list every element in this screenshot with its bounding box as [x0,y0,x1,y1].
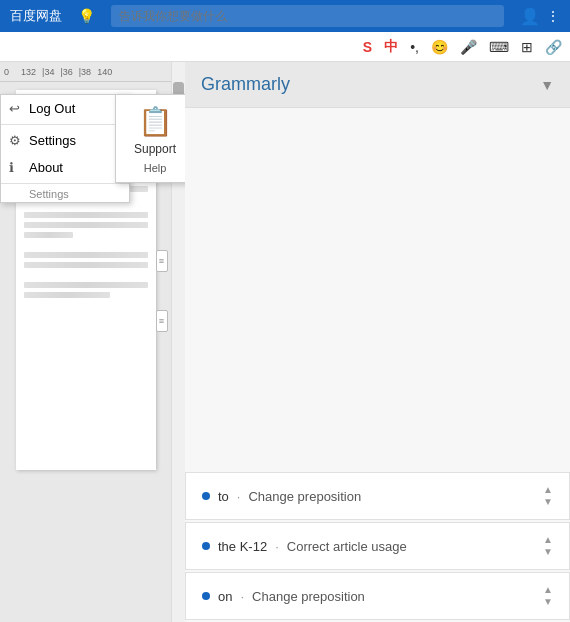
top-bar: 百度网盘 💡 👤 ⋮ [0,0,570,32]
bullet-to [202,492,210,500]
document-area: ↩ Log Out ⚙ Settings ℹ About Settings 📋 … [0,62,185,622]
text-line-8 [24,212,148,218]
text-line-11 [24,252,148,258]
text-line-10 [24,232,74,238]
ruler-132: 132 [21,67,36,77]
suggestion-item-on[interactable]: on · Change preposition ▲ ▼ [185,572,570,620]
settings-section: Settings [1,186,129,202]
support-icon: 📋 [124,105,185,138]
ruler-140: 140 [97,67,112,77]
search-input[interactable] [111,5,504,27]
bullet-on [202,592,210,600]
suggestion-action-k12: Correct article usage [287,539,407,554]
grammarly-content: to · Change preposition ▲ ▼ the K-12 · [185,108,570,622]
ime-emoji[interactable]: 😊 [427,37,452,57]
settings-item[interactable]: ⚙ Settings [1,127,129,154]
suggestion-left-k12: the K-12 · Correct article usage [202,539,407,554]
dot-on: · [240,589,244,604]
dot-to: · [237,489,241,504]
suggestion-action-on: Change preposition [252,589,365,604]
ime-keyboard[interactable]: ⌨ [485,37,513,57]
divider-2 [1,183,129,184]
ruler: 0 132 |34 |36 |38 140 [0,62,185,82]
about-item[interactable]: ℹ About [1,154,129,181]
user-icon[interactable]: 👤 [520,7,540,26]
dropdown-menu: ↩ Log Out ⚙ Settings ℹ About Settings [0,94,130,203]
resize-handle-2[interactable]: ≡ [156,310,168,332]
baidu-logo: 百度网盘 [10,7,62,25]
settings-icon: ⚙ [9,133,21,148]
logout-label: Log Out [29,101,75,116]
dot-k12: · [275,539,279,554]
arrow-down-on[interactable]: ▼ [543,597,553,607]
grammarly-panel: Grammarly ▼ to · Change preposition ▲ [185,62,570,622]
arrow-up-on[interactable]: ▲ [543,585,553,595]
resize-handle-1[interactable]: ≡ [156,250,168,272]
bullet-k12 [202,542,210,550]
text-line-9 [24,222,148,228]
more-icon[interactable]: ⋮ [546,8,560,24]
support-panel: 📋 Support Help [115,94,185,183]
arrows-to[interactable]: ▲ ▼ [543,485,553,507]
main-area: ↩ Log Out ⚙ Settings ℹ About Settings 📋 … [0,62,570,622]
suggestion-list: to · Change preposition ▲ ▼ the K-12 · [185,472,570,622]
suggestion-item-k12[interactable]: the K-12 · Correct article usage ▲ ▼ [185,522,570,570]
ime-chinese[interactable]: 中 [380,36,402,58]
ruler-134: |34 [42,67,54,77]
suggestion-word-to: to [218,489,229,504]
grammarly-title: Grammarly [201,74,290,95]
arrow-down-to[interactable]: ▼ [543,497,553,507]
settings-section-label: Settings [29,188,69,200]
text-line-13 [24,282,148,288]
suggestion-left-on: on · Change preposition [202,589,365,604]
logout-icon: ↩ [9,101,20,116]
settings-label: Settings [29,133,76,148]
arrows-k12[interactable]: ▲ ▼ [543,535,553,557]
text-line-14 [24,292,111,298]
ruler-0: 0 [4,67,9,77]
ime-punct[interactable]: •, [406,37,423,57]
grammarly-header: Grammarly ▼ [185,62,570,108]
logout-item[interactable]: ↩ Log Out [1,95,129,122]
suggestion-action-to: Change preposition [248,489,361,504]
about-label: About [29,160,63,175]
ime-mic[interactable]: 🎤 [456,37,481,57]
grammarly-empty-space [185,108,570,474]
suggestion-word-on: on [218,589,232,604]
suggestion-word-k12: the K-12 [218,539,267,554]
ime-bar: S 中 •, 😊 🎤 ⌨ ⊞ 🔗 [0,32,570,62]
divider-1 [1,124,129,125]
arrows-on[interactable]: ▲ ▼ [543,585,553,607]
help-label[interactable]: Help [124,162,185,174]
top-bar-icons: 👤 ⋮ [520,7,560,26]
ime-grid[interactable]: ⊞ [517,37,537,57]
suggestion-left-to: to · Change preposition [202,489,361,504]
suggestion-item-to[interactable]: to · Change preposition ▲ ▼ [185,472,570,520]
search-icon: 💡 [78,8,95,24]
arrow-down-k12[interactable]: ▼ [543,547,553,557]
grammarly-chevron-icon[interactable]: ▼ [540,77,554,93]
arrow-up-k12[interactable]: ▲ [543,535,553,545]
support-label[interactable]: Support [124,142,185,156]
ruler-138: |38 [79,67,91,77]
ime-s[interactable]: S [359,37,376,57]
text-line-12 [24,262,148,268]
ruler-136: |36 [60,67,72,77]
arrow-up-to[interactable]: ▲ [543,485,553,495]
ime-link[interactable]: 🔗 [541,37,566,57]
about-icon: ℹ [9,160,14,175]
